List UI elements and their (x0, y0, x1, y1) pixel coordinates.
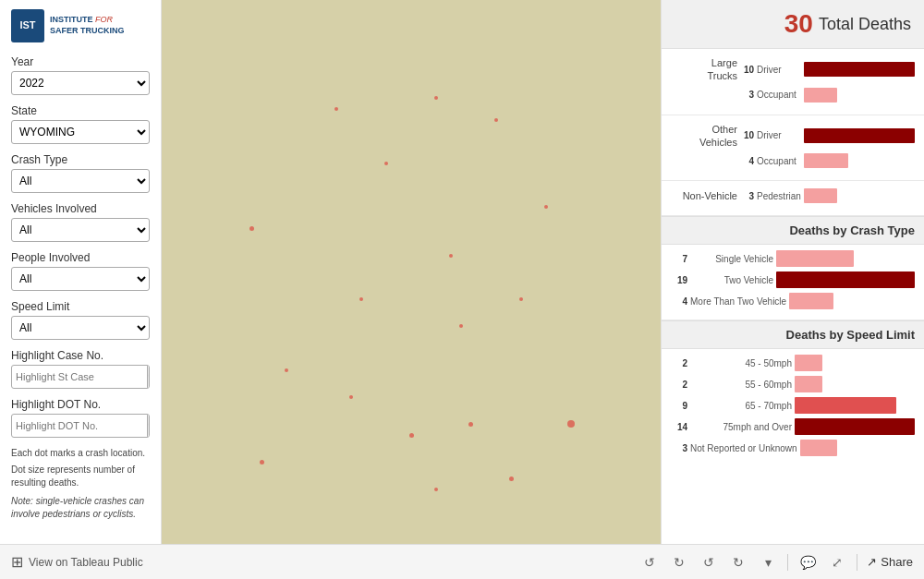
highlight-case-label: Highlight Case No. (11, 349, 150, 362)
crash-type-label: Crash Type (11, 153, 150, 166)
note-dot-mark: Each dot marks a crash location. (11, 447, 150, 460)
two-vehicle-bar (776, 271, 915, 288)
speed-limit-label: Not Reported or Unknown (690, 443, 797, 453)
speed-limit-label: Speed Limit (11, 300, 150, 313)
other-vehicles-occupant-num: 4 (741, 156, 754, 166)
map-dot (468, 422, 473, 427)
back-button[interactable]: ↺ (699, 552, 719, 573)
more-than-two-vehicle-bar (789, 293, 833, 309)
large-trucks-occupant-label: Occupant (757, 90, 801, 100)
other-vehicles-driver-num: 10 (741, 130, 754, 140)
map-dot (544, 205, 548, 209)
logo-area: IST INSTITUTE forSAFER TRUCKING (11, 9, 150, 42)
non-vehicle-pedestrian-bar-container: 3 Pedestrian (741, 188, 915, 203)
highlight-dot-label: Highlight DOT No. (11, 398, 150, 411)
toolbar-divider (787, 554, 788, 571)
expand-button[interactable]: ⤢ (827, 552, 847, 573)
speed-limit-filter-group: Speed Limit All 45-50mph 55-60mph 65-70m… (11, 300, 150, 340)
highlight-dot-input[interactable] (12, 420, 147, 431)
map-dot (449, 254, 453, 258)
toolbar-divider2 (857, 554, 857, 571)
toolbar-bottom: ⊞ View on Tableau Public ↺ ↻ ↺ ↻ ▾ 💬 ⤢ ↗… (0, 544, 924, 579)
view-on-tableau-label[interactable]: View on Tableau Public (29, 556, 143, 569)
people-involved-select[interactable]: All 1 2 3+ (11, 267, 150, 291)
vehicles-involved-filter-group: Vehicles Involved All 1 2 3+ (11, 202, 150, 242)
large-trucks-section: LargeTrucks 10 Driver 3 Occupant (662, 49, 924, 115)
speed-limit-row: 965 - 70mph (671, 397, 915, 414)
logo-text: INSTITUTE forSAFER TRUCKING (50, 15, 125, 36)
logo-icon: IST (11, 9, 44, 42)
map-dot (434, 488, 438, 491)
vehicles-involved-label: Vehicles Involved (11, 202, 150, 215)
toolbar-bottom-left: ⊞ View on Tableau Public (11, 553, 143, 571)
other-vehicles-occupant-row: 4 Occupant (671, 153, 915, 168)
non-vehicle-pedestrian-bar (804, 188, 837, 203)
other-vehicles-driver-bar-container: 10 Driver (741, 128, 915, 143)
map-canvas (162, 0, 661, 544)
speed-limit-label: 55 - 60mph (690, 380, 792, 390)
state-select[interactable]: WYOMING ALABAMA ALASKA (11, 120, 150, 144)
map-dot (434, 96, 438, 100)
crash-type-select[interactable]: All Single Vehicle Two Vehicle More Than… (11, 169, 150, 193)
share-button[interactable]: ↗ Share (867, 555, 913, 569)
speed-limit-row: 3Not Reported or Unknown (671, 440, 915, 456)
speed-limit-bar (800, 440, 837, 456)
speed-limit-row: 1475mph and Over (671, 418, 915, 435)
highlight-dot-search-button[interactable]: 🔍 (147, 415, 150, 437)
undo-button[interactable]: ↺ (639, 552, 660, 573)
large-trucks-label: LargeTrucks (671, 56, 737, 83)
two-vehicle-num: 19 (671, 275, 687, 285)
total-deaths-label: Total Deaths (819, 15, 911, 34)
other-vehicles-driver-row: OtherVehicles 10 Driver (671, 123, 915, 150)
map-dot (409, 433, 414, 438)
speed-limit-row: 255 - 60mph (671, 376, 915, 392)
other-vehicles-label: OtherVehicles (671, 123, 737, 150)
comment-button[interactable]: 💬 (797, 552, 818, 573)
year-select[interactable]: 2022 2021 2020 2019 (11, 71, 150, 95)
large-trucks-driver-bar (804, 62, 915, 77)
note-italic: Note: single-vehicle crashes can involve… (11, 495, 150, 521)
non-vehicle-label: Non-Vehicle (671, 190, 737, 201)
non-vehicle-pedestrian-label: Pedestrian (757, 191, 801, 201)
map-dot (459, 324, 463, 328)
dropdown-arrow-icon[interactable]: ▾ (758, 552, 778, 573)
total-deaths-header: 30 Total Deaths (662, 0, 924, 49)
two-vehicle-label: Two Vehicle (690, 275, 773, 285)
speed-limit-bar (795, 376, 822, 392)
speed-limit-select[interactable]: All 45-50mph 55-60mph 65-70mph 75mph and… (11, 316, 150, 340)
vehicles-involved-select[interactable]: All 1 2 3+ (11, 218, 150, 242)
map-dot (567, 420, 575, 428)
more-than-two-vehicle-row: 4 More Than Two Vehicle (671, 293, 915, 309)
crash-type-section-header: Deaths by Crash Type (662, 216, 924, 245)
other-vehicles-occupant-bar-container: 4 Occupant (741, 153, 915, 168)
single-vehicle-row: 7 Single Vehicle (671, 250, 915, 267)
people-involved-filter-group: People Involved All 1 2 3+ (11, 251, 150, 291)
speed-limit-label: 65 - 70mph (690, 401, 792, 411)
tableau-icon: ⊞ (11, 553, 23, 571)
year-filter-group: Year 2022 2021 2020 2019 (11, 55, 150, 95)
highlight-case-input[interactable] (12, 371, 147, 382)
other-vehicles-section: OtherVehicles 10 Driver 4 Occupant (662, 115, 924, 182)
other-vehicles-occupant-label: Occupant (757, 156, 801, 166)
non-vehicle-pedestrian-row: Non-Vehicle 3 Pedestrian (671, 188, 915, 203)
toolbar-bottom-right: ↺ ↻ ↺ ↻ ▾ 💬 ⤢ ↗ Share (639, 552, 913, 573)
year-label: Year (11, 55, 150, 68)
other-vehicles-driver-label: Driver (757, 130, 801, 140)
large-trucks-driver-row: LargeTrucks 10 Driver (671, 56, 915, 83)
speed-limit-bar (795, 418, 915, 435)
two-vehicle-row: 19 Two Vehicle (671, 271, 915, 288)
large-trucks-driver-num: 10 (741, 65, 754, 75)
state-filter-group: State WYOMING ALABAMA ALASKA (11, 104, 150, 144)
left-panel: IST INSTITUTE forSAFER TRUCKING Year 202… (0, 0, 162, 544)
map-dot (285, 368, 288, 372)
more-than-two-label: More Than Two Vehicle (690, 296, 786, 307)
redo-button[interactable]: ↻ (669, 552, 689, 573)
speed-limit-row: 245 - 50mph (671, 355, 915, 371)
state-label: State (11, 104, 150, 117)
large-trucks-occupant-bar-container: 3 Occupant (741, 88, 915, 103)
crash-type-chart-section: 7 Single Vehicle 19 Two Vehicle 4 More T… (662, 245, 924, 320)
single-vehicle-bar (776, 250, 854, 267)
forward-button[interactable]: ↻ (728, 552, 748, 573)
map-dot (334, 107, 338, 111)
highlight-case-search-button[interactable]: 🔍 (147, 366, 150, 388)
